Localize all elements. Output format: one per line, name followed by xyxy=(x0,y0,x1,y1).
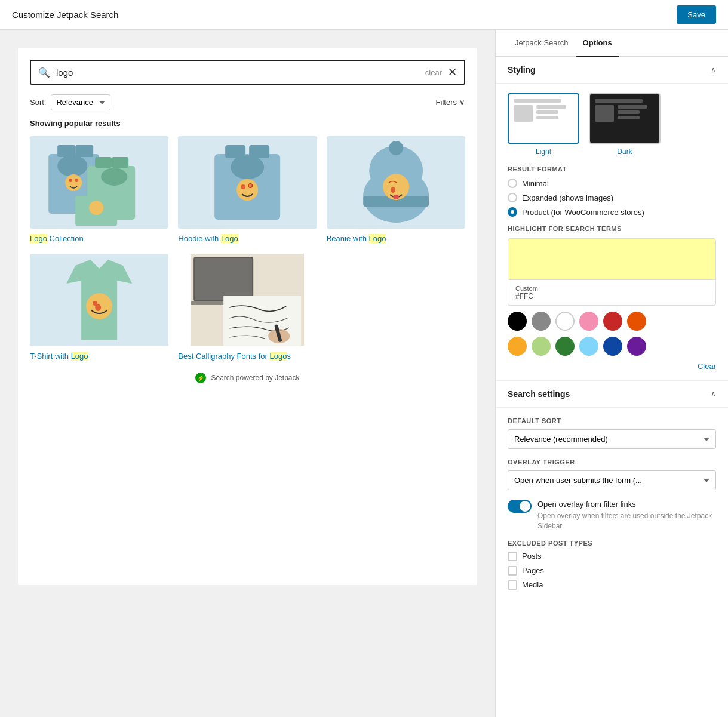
checkbox-posts[interactable]: Posts xyxy=(508,552,716,561)
swatch-red[interactable] xyxy=(603,312,622,331)
checkbox-pages[interactable]: Pages xyxy=(508,566,716,576)
svg-rect-36 xyxy=(223,296,301,346)
popular-results-label: Showing popular results xyxy=(30,119,465,128)
toggle-knob xyxy=(520,501,530,512)
styling-title: Styling xyxy=(508,65,536,75)
color-hex-value[interactable]: #FFC xyxy=(515,292,708,300)
product-card-4: T-Shirt with Logo xyxy=(30,254,168,362)
radio-minimal[interactable]: Minimal xyxy=(508,179,716,188)
clear-color-button[interactable]: Clear xyxy=(508,362,716,371)
dark-theme-lines xyxy=(618,105,655,119)
checkbox-pages-box xyxy=(508,566,517,576)
theme-cards: Light xyxy=(508,93,716,156)
svg-rect-5 xyxy=(95,157,112,168)
filters-button[interactable]: Filters ∨ xyxy=(436,98,465,107)
svg-point-20 xyxy=(249,184,252,187)
preview-inner: 🔍 clear ✕ Sort: Relevance Filters ∨ xyxy=(18,48,477,585)
svg-point-16 xyxy=(231,155,264,179)
radio-product[interactable]: Product (for WooCommerce stores) xyxy=(508,207,716,217)
swatch-light-blue[interactable] xyxy=(579,337,598,356)
checkbox-media[interactable]: Media xyxy=(508,580,716,590)
filter-toggle-subtext: Open overlay when filters are used outsi… xyxy=(537,511,716,531)
radio-expanded-label: Expanded (shows images) xyxy=(522,193,613,202)
sort-select[interactable]: Relevance xyxy=(51,94,110,110)
theme-line-1 xyxy=(514,99,561,103)
topbar: Customize Jetpack Search Save xyxy=(0,0,728,30)
swatch-orange[interactable] xyxy=(627,312,646,331)
excluded-post-types-label: Excluded post types xyxy=(508,540,716,547)
theme-card-dark[interactable]: Dark xyxy=(589,93,661,156)
tab-jetpack-search[interactable]: Jetpack Search xyxy=(508,30,576,57)
styling-content: Light xyxy=(496,84,728,381)
radio-expanded[interactable]: Expanded (shows images) xyxy=(508,193,716,202)
svg-point-8 xyxy=(65,174,82,191)
svg-point-27 xyxy=(393,195,399,199)
default-sort-label: DEFAULT SORT xyxy=(508,417,716,424)
checkbox-media-box xyxy=(508,580,517,590)
page-title: Customize Jetpack Search xyxy=(12,10,118,20)
svg-point-3 xyxy=(57,155,87,177)
product-title-2: Hoodie with Logo xyxy=(178,233,317,244)
preview-area: 🔍 clear ✕ Sort: Relevance Filters ∨ xyxy=(0,30,495,717)
search-input[interactable] xyxy=(56,67,419,78)
checkbox-posts-box xyxy=(508,552,517,561)
svg-point-9 xyxy=(69,179,72,182)
styling-section-header[interactable]: Styling ∧ xyxy=(496,57,728,84)
svg-rect-34 xyxy=(195,258,252,300)
swatch-purple[interactable] xyxy=(627,337,646,356)
toggle-text-group: Open overlay from filter links Open over… xyxy=(537,500,716,531)
clear-search-button[interactable]: clear xyxy=(425,68,442,77)
color-preview[interactable] xyxy=(508,238,716,280)
save-button[interactable]: Save xyxy=(677,5,716,24)
swatch-pink[interactable] xyxy=(579,312,598,331)
search-settings-header[interactable]: Search settings ∧ xyxy=(496,381,728,408)
checkbox-media-label: Media xyxy=(522,580,543,589)
swatch-black[interactable] xyxy=(508,312,527,331)
tab-options[interactable]: Options xyxy=(576,30,619,57)
default-sort-select[interactable]: Relevance (recommended) Date Price xyxy=(508,429,716,449)
close-search-icon[interactable]: ✕ xyxy=(448,66,457,79)
light-theme-label[interactable]: Light xyxy=(536,147,551,156)
svg-rect-6 xyxy=(112,157,128,168)
swatch-light-green[interactable] xyxy=(532,337,551,356)
highlight-label: HIGHLIGHT FOR SEARCH TERMS xyxy=(508,225,716,232)
sort-row: Sort: Relevance Filters ∨ xyxy=(30,94,465,110)
product-image-1 xyxy=(30,136,168,229)
swatch-green[interactable] xyxy=(555,337,575,356)
theme-card-light[interactable]: Light xyxy=(508,93,579,156)
dark-theme-block xyxy=(595,105,614,122)
product-grid-top: Logo Collection xyxy=(30,136,465,244)
theme-row xyxy=(514,105,573,122)
powered-by-text: Search powered by Jetpack xyxy=(211,374,299,382)
svg-point-10 xyxy=(75,179,78,182)
color-swatches xyxy=(508,312,716,331)
svg-rect-1 xyxy=(57,145,75,157)
product-title-1: Logo Collection xyxy=(30,233,168,244)
color-swatches-row2 xyxy=(508,337,716,356)
overlay-trigger-label: OVERLAY TRIGGER xyxy=(508,458,716,466)
empty-grid-cell xyxy=(327,254,465,362)
dark-theme-label[interactable]: Dark xyxy=(617,147,632,156)
swatch-yellow[interactable] xyxy=(508,337,527,356)
svg-point-17 xyxy=(236,179,258,201)
search-settings-title: Search settings xyxy=(508,389,570,399)
radio-product-circle xyxy=(508,207,517,217)
sort-label: Sort: xyxy=(30,98,46,107)
light-theme-preview xyxy=(508,93,579,144)
swatch-white[interactable] xyxy=(555,312,575,331)
filter-toggle[interactable] xyxy=(508,500,532,513)
product-title-3: Beanie with Logo xyxy=(327,233,465,244)
swatch-blue[interactable] xyxy=(603,337,622,356)
product-card-2: Hoodie with Logo xyxy=(178,136,317,244)
overlay-trigger-select[interactable]: Open when user submits the form (... Ope… xyxy=(508,470,716,490)
dark-theme-line-1 xyxy=(595,99,643,103)
product-card-3: Beanie with Logo xyxy=(327,136,465,244)
swatch-gray[interactable] xyxy=(532,312,551,331)
product-title-5: Best Calligraphy Fonts for Logos xyxy=(178,351,317,362)
radio-minimal-label: Minimal xyxy=(522,179,549,188)
svg-rect-2 xyxy=(75,145,93,157)
dark-theme-row xyxy=(595,105,655,122)
product-image-2 xyxy=(178,136,317,229)
svg-point-31 xyxy=(95,304,101,311)
product-card-5: Best Calligraphy Fonts for Logos xyxy=(178,254,317,362)
